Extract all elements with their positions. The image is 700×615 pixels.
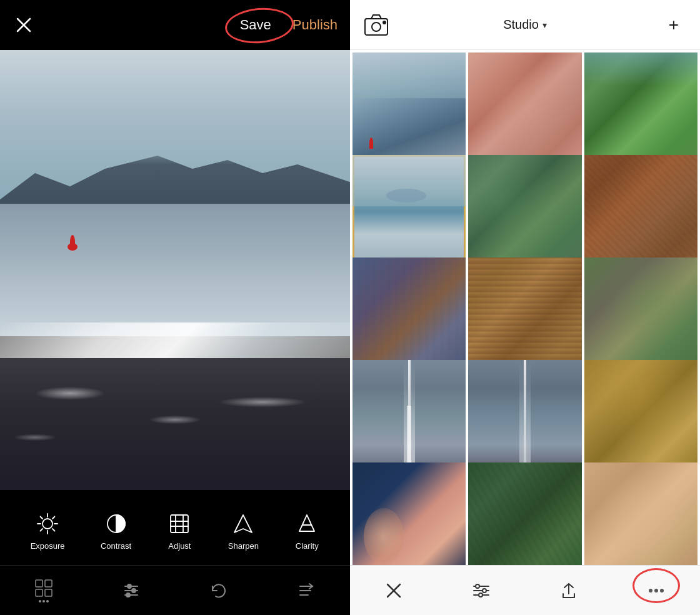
- grid-item-peeling[interactable]: [352, 258, 466, 371]
- save-button[interactable]: Save: [231, 13, 280, 37]
- add-button[interactable]: +: [660, 11, 688, 39]
- svg-point-39: [476, 584, 479, 588]
- chevron-down-icon: ▾: [542, 20, 547, 30]
- publish-button[interactable]: Publish: [292, 17, 338, 33]
- grid-item-road2[interactable]: [468, 360, 581, 473]
- grid-item-leaves[interactable]: [468, 155, 581, 268]
- nav-grid-button[interactable]: [25, 572, 62, 609]
- share-button-right[interactable]: [550, 572, 588, 609]
- grid-item-roses[interactable]: [468, 52, 581, 166]
- grid-item-ivy[interactable]: [584, 258, 698, 371]
- grid-item-ferns[interactable]: [468, 462, 581, 565]
- camera-icon: [362, 11, 390, 39]
- publish-label: Publish: [292, 17, 338, 32]
- svg-rect-18: [36, 580, 42, 587]
- svg-point-33: [383, 21, 386, 24]
- svg-line-8: [52, 529, 55, 531]
- svg-point-40: [482, 589, 486, 592]
- svg-rect-19: [45, 580, 52, 587]
- nav-sort-button[interactable]: [288, 572, 325, 609]
- tool-sharpen[interactable]: Sharpen: [228, 511, 259, 551]
- right-bottom-bar: [350, 565, 700, 615]
- clarity-icon: [294, 511, 319, 536]
- photo-preview: [0, 50, 350, 490]
- svg-rect-21: [45, 589, 52, 596]
- svg-rect-12: [171, 515, 188, 532]
- water-layer: [0, 204, 350, 336]
- tool-clarity[interactable]: Clarity: [294, 511, 319, 551]
- svg-line-7: [41, 516, 43, 519]
- clarity-label: Clarity: [296, 541, 319, 551]
- bottom-nav: [0, 565, 350, 615]
- adjust-button-right[interactable]: [462, 572, 500, 609]
- tool-exposure[interactable]: Exposure: [31, 511, 65, 551]
- svg-line-10: [41, 529, 43, 531]
- svg-point-27: [126, 593, 130, 597]
- grid-item-road1[interactable]: [352, 360, 466, 473]
- svg-point-25: [128, 584, 131, 588]
- grid-item-brick[interactable]: [468, 258, 581, 371]
- exposure-icon: [35, 511, 60, 536]
- contrast-label: Contrast: [101, 541, 131, 551]
- bottom-toolbar: Exposure Contrast: [0, 490, 350, 615]
- close-button[interactable]: [12, 14, 35, 36]
- svg-point-26: [132, 589, 136, 592]
- foam-patches: [0, 367, 350, 455]
- tool-adjust[interactable]: Adjust: [167, 511, 192, 551]
- svg-point-44: [660, 589, 664, 592]
- close-button-right[interactable]: [375, 572, 412, 609]
- exposure-label: Exposure: [31, 541, 65, 551]
- header-actions: Save Publish: [231, 13, 338, 37]
- svg-rect-20: [36, 589, 42, 596]
- svg-point-2: [42, 519, 52, 529]
- left-panel: Save Publish: [0, 0, 350, 615]
- adjust-icon: [167, 511, 192, 536]
- grid-item-beach[interactable]: [352, 52, 466, 166]
- more-button-right[interactable]: [638, 572, 675, 609]
- svg-point-32: [372, 22, 381, 31]
- nav-sliders-button[interactable]: [112, 572, 150, 609]
- grid-item-flowers1[interactable]: [352, 462, 466, 565]
- adjust-label: Adjust: [168, 541, 191, 551]
- nav-history-button[interactable]: [200, 572, 238, 609]
- studio-dropdown[interactable]: Studio ▾: [503, 18, 547, 32]
- svg-point-41: [479, 593, 482, 597]
- studio-label: Studio: [503, 18, 539, 32]
- nav-dots: [39, 600, 49, 602]
- grid-item-flowers2[interactable]: [584, 462, 698, 565]
- svg-point-43: [654, 589, 658, 592]
- red-figure: [70, 235, 75, 249]
- grid-item-child[interactable]: [584, 52, 698, 166]
- tools-row: Exposure Contrast: [0, 490, 350, 565]
- right-panel: Studio ▾ +: [350, 0, 700, 615]
- add-icon: +: [669, 15, 679, 35]
- sharpen-label: Sharpen: [228, 541, 259, 551]
- save-label: Save: [240, 17, 271, 32]
- grid-item-seascape[interactable]: [352, 155, 466, 268]
- sharpen-icon: [231, 511, 256, 536]
- grid-item-rust[interactable]: [584, 155, 698, 268]
- svg-line-9: [52, 516, 55, 519]
- svg-point-42: [649, 589, 652, 592]
- right-header: Studio ▾ +: [350, 0, 700, 50]
- grid-item-feather[interactable]: [584, 360, 698, 473]
- left-header: Save Publish: [0, 0, 350, 50]
- image-grid: [350, 50, 700, 565]
- tool-contrast[interactable]: Contrast: [101, 511, 131, 551]
- contrast-icon: [104, 511, 129, 536]
